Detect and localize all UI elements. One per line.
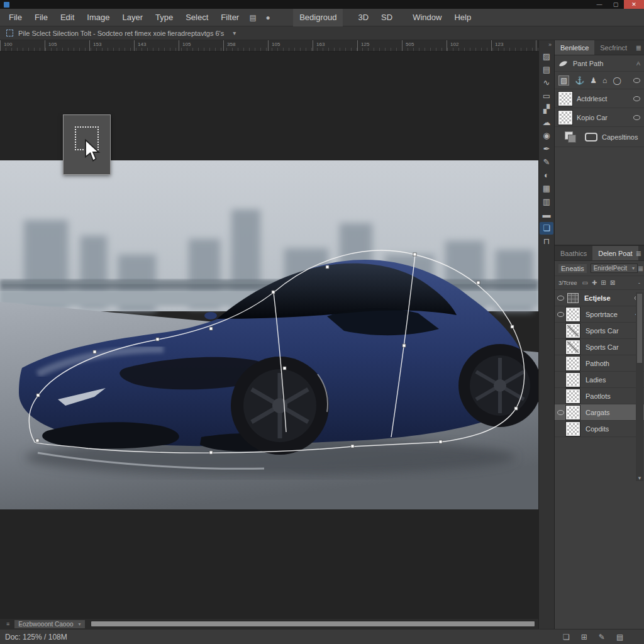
canvas-area[interactable]: [0, 52, 538, 619]
menu-help[interactable]: Help: [448, 9, 477, 26]
path-item-row[interactable]: Actdrlesct: [555, 89, 644, 108]
tool-lasso-icon[interactable]: ∿: [540, 77, 553, 89]
tool-gradient-icon[interactable]: ▞: [540, 103, 553, 116]
visibility-eye-icon[interactable]: [557, 410, 564, 415]
canvas-photo[interactable]: [0, 160, 538, 509]
path-item-row[interactable]: Kopio Car: [555, 108, 644, 127]
panel-menu-icon[interactable]: ≣: [636, 246, 641, 261]
tab-paths[interactable]: Benletice: [555, 40, 594, 55]
path-op-house-icon[interactable]: ⌂: [602, 76, 607, 85]
menu-edit[interactable]: Edit: [54, 9, 80, 26]
fit-screen-icon[interactable]: ❏: [563, 633, 570, 641]
tool-lock-icon[interactable]: ⊓: [540, 235, 553, 248]
floating-tool-preview[interactable]: [63, 114, 111, 175]
layer-row[interactable]: Ladies: [555, 372, 644, 388]
path-op-anchor-icon[interactable]: ⚓: [575, 76, 584, 85]
sphere-icon[interactable]: ●: [260, 13, 275, 22]
menu-file-2[interactable]: File: [28, 9, 54, 26]
tool-marquee-icon[interactable]: ▭: [540, 90, 553, 103]
double-chevron-icon[interactable]: »: [548, 40, 554, 50]
tool-pen-icon[interactable]: ✒: [540, 143, 553, 155]
path-op-shape-icon[interactable]: ◯: [613, 76, 621, 85]
document-chip-label: Eozbwooont Caooo: [18, 621, 73, 628]
paint-path-row[interactable]: Pant Path A: [555, 55, 644, 72]
scrollbar-thumb[interactable]: [637, 294, 642, 363]
path-op-thumbnail-icon[interactable]: ▧: [558, 75, 569, 86]
image-preview-icon[interactable]: ▤: [245, 13, 260, 22]
maximize-button[interactable]: ▢: [608, 0, 624, 9]
layers-panel-tabs: Baathics Delen Poat ≣: [555, 246, 644, 261]
tool-heal-icon[interactable]: ◉: [540, 130, 553, 142]
path-op-figure-icon[interactable]: ♟: [590, 76, 597, 85]
layer-name: Paotlots: [586, 392, 611, 400]
chevron-down-icon[interactable]: ▾: [233, 30, 236, 36]
ruler-label: 505: [406, 42, 414, 47]
panel-menu-icon[interactable]: ≣: [638, 261, 643, 276]
tool-eraser-icon[interactable]: ▬: [540, 209, 553, 221]
scroll-down-icon[interactable]: ▾: [636, 475, 643, 481]
visibility-eye-icon[interactable]: [557, 312, 564, 317]
menu-background[interactable]: Bedigroud: [293, 9, 343, 26]
tool-brush-icon[interactable]: ✎: [540, 156, 553, 169]
app-icon: [4, 2, 9, 8]
tool-grid-icon[interactable]: ▦: [540, 182, 553, 195]
visibility-eye-icon[interactable]: [557, 296, 564, 301]
layer-row[interactable]: Copdits: [555, 421, 644, 437]
layer-thumbnail: [566, 357, 580, 370]
layer-name: Sports Car: [586, 327, 619, 335]
layer-row[interactable]: Sportrtace <>: [555, 306, 644, 323]
scroll-corner-icon[interactable]: ≡: [6, 621, 9, 627]
tab-channels[interactable]: Baathics: [555, 246, 592, 260]
layer-row-selected[interactable]: Cargats: [555, 404, 644, 421]
menu-filter[interactable]: Filter: [214, 9, 245, 26]
tool-dodge-icon[interactable]: ◐: [540, 169, 553, 182]
toggle-icon[interactable]: [633, 78, 640, 83]
layer-row[interactable]: Sports Car: [555, 339, 644, 355]
layer-row[interactable]: Ectjelse: [555, 290, 644, 306]
layer-row[interactable]: Sports Car: [555, 323, 644, 339]
minimize-button[interactable]: —: [591, 0, 608, 9]
lock-label: 3/Tcree: [558, 280, 577, 286]
menu-layer[interactable]: Layer: [116, 9, 149, 26]
menu-select[interactable]: Select: [179, 9, 214, 26]
lock-pixels-icon[interactable]: ⊞: [601, 279, 606, 286]
tool-layers-icon[interactable]: ❏: [540, 222, 553, 235]
lock-transparent-icon[interactable]: ▭: [582, 279, 588, 286]
layer-row[interactable]: Pathoth: [555, 355, 644, 372]
menu-file-1[interactable]: File: [3, 9, 28, 26]
lock-all-icon[interactable]: ⊠: [610, 279, 615, 286]
tab-layers[interactable]: Delen Poat: [592, 246, 638, 260]
panel-menu-icon[interactable]: ≣: [636, 40, 641, 55]
tool-options-text: Pile Sclect Silection Tolt - Sodcteo ret…: [18, 30, 224, 37]
toggle-icon[interactable]: [633, 96, 640, 101]
layer-row[interactable]: Paotlots: [555, 388, 644, 404]
tab-select[interactable]: Secfrinct: [594, 40, 633, 55]
lock-position-icon[interactable]: ✚: [592, 279, 597, 286]
horizontal-scrollbar[interactable]: [91, 621, 535, 626]
document-chip[interactable]: Eozbwooont Caooo ▾: [14, 620, 84, 628]
compositions-row[interactable]: Capesltinos: [555, 127, 644, 147]
layer-thumbnail: [566, 324, 580, 338]
menu-window[interactable]: Window: [406, 9, 448, 26]
menu-sd[interactable]: SD: [375, 9, 399, 26]
tool-histogram-icon[interactable]: ▥: [540, 196, 553, 208]
blend-mode-select[interactable]: EnirdelPecit ▾: [591, 264, 638, 273]
cursor-icon: [84, 139, 103, 162]
menu-type[interactable]: Type: [149, 9, 179, 26]
close-button[interactable]: ✕: [624, 0, 644, 9]
card-icon[interactable]: ▤: [616, 633, 623, 641]
menu-image[interactable]: Image: [80, 9, 116, 26]
status-bar: Doc: 125% / 108M ❏ ⊞ ✎ ▤: [0, 629, 644, 644]
row-action-label[interactable]: A: [636, 60, 640, 67]
toggle-icon[interactable]: [633, 115, 640, 120]
menu-3d[interactable]: 3D: [352, 9, 375, 26]
tool-stamp-icon[interactable]: ▨: [540, 50, 553, 63]
tool-strip: » ▨ ▤ ∿ ▭ ▞ ☁ ◉ ✒ ✎ ◐ ▦ ▥ ▬ ❏ ⊓: [538, 40, 555, 629]
tool-frame-icon[interactable]: ▤: [540, 64, 553, 76]
front-wheel: [231, 357, 329, 455]
pen-icon[interactable]: ✎: [599, 633, 605, 641]
layers-scrollbar[interactable]: ▾: [636, 292, 643, 481]
grid-icon[interactable]: ⊞: [581, 633, 587, 641]
layer-name: Sports Car: [586, 343, 619, 351]
tool-cloud-icon[interactable]: ☁: [540, 116, 553, 129]
